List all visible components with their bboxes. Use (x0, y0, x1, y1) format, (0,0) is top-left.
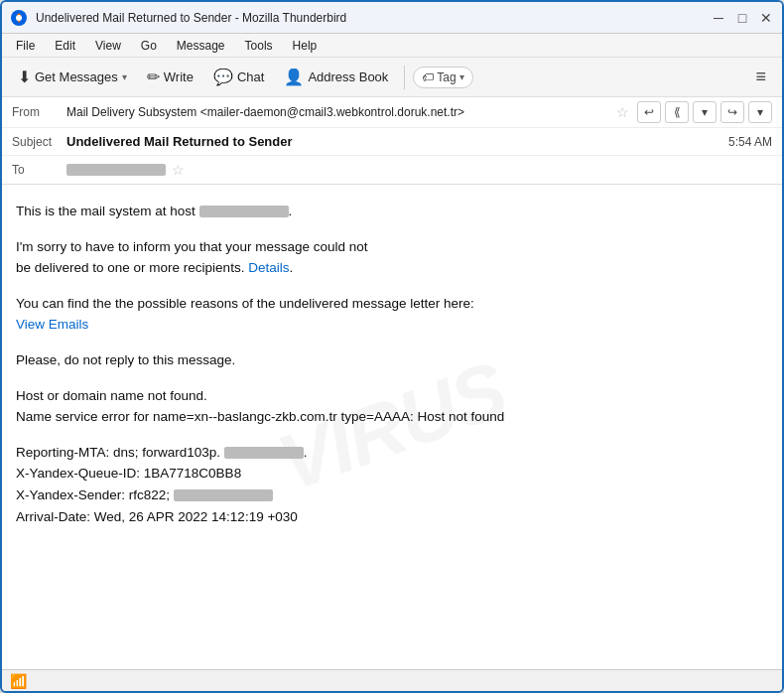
tag-dropdown-arrow[interactable]: ▾ (459, 71, 464, 82)
maximize-button[interactable]: □ (734, 10, 750, 26)
subject-row: Subject Undelivered Mail Returned to Sen… (2, 128, 782, 156)
body-paragraph-3: You can find the the possible reasons of… (16, 293, 768, 336)
subject-value: Undelivered Mail Returned to Sender (66, 134, 728, 149)
to-redacted (66, 164, 166, 176)
to-star-icon[interactable]: ☆ (172, 162, 185, 178)
write-icon: ✏ (147, 68, 160, 86)
toolbar-separator (404, 66, 405, 89)
close-button[interactable]: ✕ (758, 10, 774, 26)
get-messages-icon: ⬇ (18, 68, 31, 86)
body-content: This is the mail system at host . I'm so… (16, 201, 768, 527)
menu-message[interactable]: Message (169, 37, 233, 55)
body-paragraph-2: I'm sorry to have to inform you that you… (16, 236, 768, 279)
tag-button[interactable]: 🏷 Tag ▾ (413, 67, 472, 88)
from-label: From (12, 105, 66, 119)
body-paragraph-1: This is the mail system at host . (16, 201, 768, 222)
reply-button[interactable]: ↩ (637, 101, 661, 123)
connection-icon: 📶 (10, 673, 27, 689)
email-headers: From Mail Delivery Subsystem <mailer-dae… (2, 97, 782, 185)
get-messages-dropdown-arrow[interactable]: ▾ (122, 71, 127, 82)
chat-button[interactable]: 💬 Chat (205, 64, 272, 90)
menu-tools[interactable]: Tools (237, 37, 281, 55)
to-row: To ☆ (2, 156, 782, 184)
app-icon (10, 9, 28, 27)
expand-button[interactable]: ▾ (693, 101, 717, 123)
from-row: From Mail Delivery Subsystem <mailer-dae… (2, 97, 782, 128)
minimize-button[interactable]: ─ (711, 10, 726, 26)
body-paragraph-4: Please, do not reply to this message. (16, 349, 768, 371)
toolbar: ⬇ Get Messages ▾ ✏ Write 💬 Chat 👤 Addres… (2, 58, 782, 97)
address-book-icon: 👤 (284, 68, 304, 86)
menu-edit[interactable]: Edit (47, 37, 83, 55)
menu-view[interactable]: View (87, 37, 129, 55)
host-redacted (199, 206, 289, 217)
title-bar: Undelivered Mail Returned to Sender - Mo… (2, 2, 782, 34)
time-display: 5:54 AM (728, 135, 772, 149)
forward-button[interactable]: ↪ (720, 101, 744, 123)
tag-icon: 🏷 (422, 70, 434, 84)
from-star-icon[interactable]: ☆ (616, 104, 629, 120)
body-text: This is the mail system at host . I'm so… (16, 201, 768, 527)
details-link[interactable]: Details (248, 260, 289, 275)
reply-all-button[interactable]: ⟪ (665, 101, 689, 123)
body-paragraph-5: Host or domain name not found. Name serv… (16, 385, 768, 428)
hamburger-menu-button[interactable]: ≡ (747, 63, 774, 91)
from-actions: ↩ ⟪ ▾ ↪ ▾ (637, 101, 772, 123)
get-messages-button[interactable]: ⬇ Get Messages ▾ (10, 64, 135, 90)
chat-icon: 💬 (213, 68, 233, 86)
from-value: Mail Delivery Subsystem <mailer-daemon@c… (66, 105, 610, 119)
window-controls: ─ □ ✕ (711, 10, 774, 26)
write-button[interactable]: ✏ Write (139, 64, 201, 90)
svg-point-1 (16, 15, 22, 21)
sender-redacted (174, 489, 273, 501)
to-label: To (12, 163, 66, 177)
more-button[interactable]: ▾ (748, 101, 772, 123)
email-body: VIRUS This is the mail system at host . … (2, 185, 782, 669)
subject-label: Subject (12, 135, 66, 149)
menu-go[interactable]: Go (133, 37, 165, 55)
main-window: Undelivered Mail Returned to Sender - Mo… (0, 0, 784, 693)
status-bar: 📶 (2, 669, 782, 691)
menu-bar: File Edit View Go Message Tools Help (2, 34, 782, 58)
menu-file[interactable]: File (8, 37, 43, 55)
view-emails-link[interactable]: View Emails (16, 317, 88, 332)
address-book-button[interactable]: 👤 Address Book (276, 64, 396, 90)
window-title: Undelivered Mail Returned to Sender - Mo… (36, 11, 711, 25)
mta-redacted (224, 447, 304, 459)
menu-help[interactable]: Help (285, 37, 326, 55)
body-paragraph-6: Reporting-MTA: dns; forward103p. . X-Yan… (16, 442, 768, 527)
